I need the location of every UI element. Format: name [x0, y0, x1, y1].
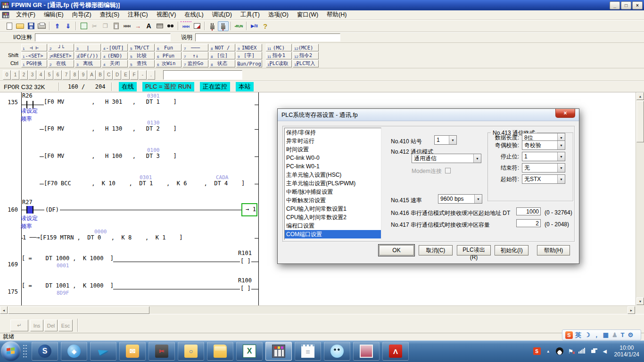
function-key-shift[interactable]: 5比较	[129, 52, 155, 59]
paste-icon[interactable]	[111, 21, 122, 31]
coil-symbol[interactable]: [ ]	[240, 258, 251, 264]
cut-icon[interactable]	[89, 21, 100, 31]
function-key[interactable]: 2┘└	[48, 44, 74, 51]
function-key[interactable]: 5TM/CT	[129, 44, 155, 51]
instruction[interactable]: 1 ──→[F159 MTRN , DT 0 , K 8 , K 1 ]	[23, 234, 183, 241]
compare-instruction[interactable]: [ = DT 1001 , K 1000 ]	[22, 282, 114, 289]
tray-network-error-icon[interactable]	[567, 347, 575, 355]
function-key-ctrl[interactable]: 6次Win	[156, 60, 182, 67]
register-list-item[interactable]: 主单元输入设置(HSC)	[285, 171, 381, 179]
print-icon[interactable]	[36, 21, 47, 31]
find-icon[interactable]	[165, 21, 176, 31]
open-file-icon[interactable]	[15, 21, 25, 31]
run-prog-toggle-icon[interactable]	[249, 21, 260, 31]
dropdown-arrow-icon[interactable]	[449, 136, 456, 144]
function-key-shift[interactable]: 4(END)	[102, 52, 128, 59]
df-instruction[interactable]: (DF)	[44, 206, 60, 213]
save-icon[interactable]	[25, 21, 36, 31]
function-key[interactable]: 4-[OUT]	[102, 44, 128, 51]
scroll-down-icon[interactable]: ▼	[636, 297, 644, 305]
function-key-ctrl[interactable]: 1PG转换	[21, 60, 47, 67]
register-list-item[interactable]: PC-link W0-1	[285, 162, 381, 171]
ime-settings-icon[interactable]: ⚙	[628, 331, 634, 338]
initialize-button[interactable]: 初始化(I)	[495, 245, 528, 255]
plc-offline-icon[interactable]	[207, 21, 218, 31]
menu-item[interactable]: 注释(C)	[124, 10, 152, 20]
menu-item[interactable]: 窗口(W)	[293, 10, 322, 20]
function-key-ctrl[interactable]: 11PLC读取	[266, 60, 292, 67]
taskbar-app-file-manager[interactable]	[207, 342, 233, 361]
ime-account-icon[interactable]: ♟	[612, 331, 618, 338]
numeric-key[interactable]: 4	[37, 70, 45, 80]
function-key-ctrl[interactable]: 5查找	[129, 60, 155, 67]
io-comment-input[interactable]	[35, 33, 171, 41]
monitor-icon[interactable]	[181, 21, 191, 31]
numeric-key[interactable]: 7	[62, 70, 70, 80]
taskbar-app-fpwin-gr[interactable]	[265, 342, 292, 361]
taskbar-app-excel[interactable]	[236, 342, 263, 361]
text-input-icon[interactable]	[143, 21, 154, 31]
dialog-help-button[interactable]: 帮助(H)	[537, 245, 570, 255]
numeric-key[interactable]: F	[130, 70, 138, 80]
contact-edit-icon[interactable]	[122, 21, 132, 31]
tray-sogou-icon[interactable]: S	[533, 347, 541, 355]
function-key[interactable]: 8NOT /	[209, 44, 235, 51]
function-key-ctrl[interactable]: 4关闭	[102, 60, 128, 67]
taskbar-app-photo[interactable]	[353, 342, 380, 361]
function-key-shift[interactable]: 7↑↓	[182, 52, 208, 59]
scroll-up-icon[interactable]: ▲	[636, 92, 644, 100]
dropdown-arrow-icon[interactable]	[474, 195, 482, 203]
taskbar-app-outlook[interactable]	[119, 342, 146, 361]
function-key[interactable]: 9INDEX	[236, 44, 262, 51]
dropdown-arrow-icon[interactable]	[557, 152, 565, 161]
numeric-key[interactable]: 9	[79, 70, 87, 80]
monitor-window-icon[interactable]	[191, 21, 202, 31]
cancel-button[interactable]: 取消(C)	[419, 245, 453, 255]
baud-rate-select[interactable]: 9600 bps	[438, 194, 482, 204]
new-file-icon[interactable]	[4, 21, 15, 31]
function-key-shift[interactable]: 1-<SET>	[21, 52, 47, 59]
minimize-button[interactable]: _	[610, 1, 620, 9]
function-key-ctrl[interactable]: 9Run/Prog	[236, 60, 262, 67]
function-key-ctrl[interactable]: 2在线	[48, 60, 74, 67]
station-number-select[interactable]: 1	[434, 135, 457, 145]
function-key[interactable]: 11(MC)	[266, 44, 292, 51]
upload-to-plc-icon[interactable]	[52, 21, 63, 31]
function-key[interactable]: 12(MCE)	[293, 44, 319, 51]
function-key-shift[interactable]: 12指令2	[293, 52, 319, 59]
menu-item[interactable]: 工具(T)	[236, 10, 264, 20]
contact-label[interactable]: R27	[22, 199, 33, 206]
function-key-ctrl[interactable]: 12PLC写入	[293, 60, 319, 67]
dropdown-arrow-icon[interactable]	[557, 141, 565, 149]
numeric-key[interactable]: 8	[71, 70, 79, 80]
menu-item[interactable]: 文件(F)	[12, 10, 40, 20]
edit-key[interactable]: Del	[44, 320, 58, 331]
numeric-key[interactable]: -	[139, 70, 147, 80]
register-category-list[interactable]: 保持/非保持异常时运行时间设置PC-link W0-0PC-link W0-1主…	[284, 128, 381, 240]
ok-button[interactable]: OK	[379, 245, 414, 255]
function-key[interactable]: 6Fun	[156, 44, 182, 51]
ime-keyboard-icon[interactable]: ▦	[603, 331, 609, 338]
help-icon[interactable]	[260, 21, 271, 31]
entry-input[interactable]	[163, 70, 242, 80]
scroll-right-icon[interactable]: ►	[627, 306, 635, 314]
function-key-shift[interactable]: 6PFun	[156, 52, 182, 59]
comm-mode-select[interactable]: 通用通信	[412, 154, 481, 163]
comm-format-select[interactable]: 无	[522, 163, 565, 173]
dropdown-arrow-icon[interactable]	[557, 164, 565, 172]
menu-item[interactable]: 编辑(E)	[40, 10, 68, 20]
block-icon[interactable]	[154, 21, 165, 31]
register-list-item[interactable]: 主单元输出设置(PLS/PWM)	[285, 179, 381, 188]
dropdown-arrow-icon[interactable]	[557, 175, 565, 183]
register-list-item[interactable]: CPU输入时间常数设置2	[285, 213, 381, 222]
buffer-start-input[interactable]	[516, 207, 541, 215]
instruction[interactable]: [F0 MV , H 301 , DT 1 ]	[44, 99, 177, 105]
comm-format-select[interactable]: 1	[522, 152, 565, 161]
menu-item[interactable]: 在线(L)	[180, 10, 207, 20]
function-key-shift[interactable]: 8[位]	[209, 52, 235, 59]
taskbar-app-notepad[interactable]	[295, 342, 321, 361]
taskbar-app-capture-tool[interactable]	[149, 342, 175, 361]
register-list-item[interactable]: COM端口设置	[285, 230, 381, 239]
ime-language-icon[interactable]: 英	[575, 331, 581, 339]
horizontal-scrollbar[interactable]: ◄ ►	[0, 305, 636, 314]
